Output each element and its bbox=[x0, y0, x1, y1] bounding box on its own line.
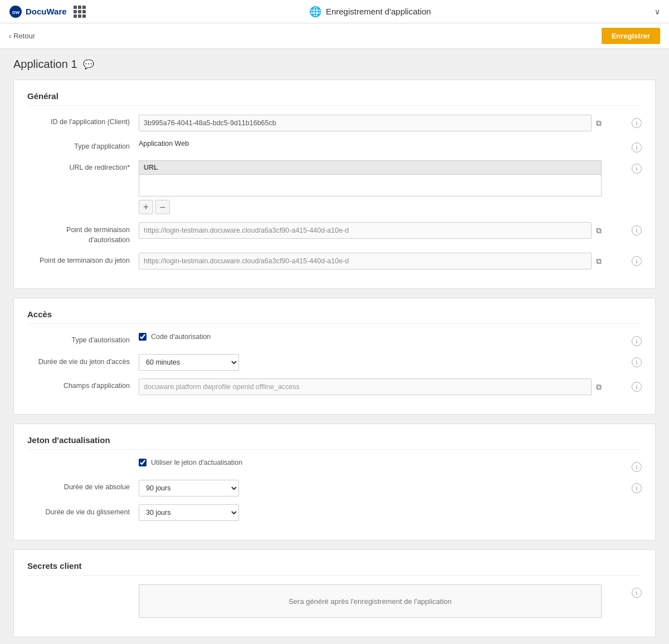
scope-input bbox=[139, 378, 592, 395]
sliding-lifetime-label: Durée de vie du glissement bbox=[46, 508, 130, 516]
save-button[interactable]: Enregistrer bbox=[602, 28, 660, 44]
auth-type-info-icon[interactable]: i bbox=[632, 336, 642, 346]
copy-scope-icon[interactable]: ⧉ bbox=[596, 382, 602, 392]
user-menu-chevron[interactable]: ∨ bbox=[655, 7, 660, 16]
use-refresh-checkbox-row: Utiliser le jeton d'actualisation bbox=[139, 459, 602, 466]
app-id-input[interactable] bbox=[139, 115, 592, 131]
copy-auth-endpoint-icon[interactable]: ⧉ bbox=[596, 226, 602, 235]
auth-type-label: Type d'autorisation bbox=[71, 336, 130, 344]
app-id-row: ID de l'application (Client) ⧉ i bbox=[27, 115, 642, 131]
comment-icon[interactable]: 💬 bbox=[83, 59, 94, 70]
auth-type-checkbox-row: Code d'autorisation bbox=[139, 333, 602, 341]
main-content: Général ID de l'application (Client) ⧉ i… bbox=[0, 75, 669, 644]
url-table: URL bbox=[139, 160, 602, 196]
copy-id-icon[interactable]: ⧉ bbox=[596, 119, 602, 128]
access-section-title: Accès bbox=[27, 309, 642, 324]
top-navigation: DW DocuWare 🌐 Enregistrement d'applicati… bbox=[0, 0, 669, 23]
page-title: Application 1 bbox=[13, 58, 77, 71]
refresh-token-section: Jeton d'actualisation Utiliser le jeton … bbox=[13, 424, 656, 540]
scope-info-icon[interactable]: i bbox=[632, 382, 642, 392]
token-lifetime-select[interactable]: 60 minutes 30 minutes 120 minutes bbox=[139, 354, 239, 371]
secrets-section: Secrets client Sera généré après l'enreg… bbox=[13, 549, 656, 637]
auth-type-checkbox-label: Code d'autorisation bbox=[151, 333, 211, 341]
token-endpoint-input bbox=[139, 253, 592, 269]
auth-type-row: Type d'autorisation Code d'autorisation … bbox=[27, 333, 642, 346]
back-button[interactable]: ‹ Retour bbox=[9, 32, 35, 40]
use-refresh-info-icon[interactable]: i bbox=[632, 462, 642, 472]
use-refresh-row: Utiliser le jeton d'actualisation i bbox=[27, 459, 642, 472]
sliding-lifetime-select[interactable]: 30 jours 7 jours 60 jours bbox=[139, 504, 239, 521]
token-lifetime-label: Durée de vie du jeton d'accès bbox=[38, 358, 130, 366]
sliding-lifetime-row: Durée de vie du glissement 30 jours 7 jo… bbox=[27, 504, 642, 521]
token-endpoint-row: Point de terminaison du jeton ⧉ i bbox=[27, 253, 642, 269]
scope-label: Champs d'application bbox=[64, 382, 130, 390]
grid-menu-icon[interactable] bbox=[74, 6, 86, 18]
token-lifetime-row: Durée de vie du jeton d'accès 60 minutes… bbox=[27, 354, 642, 371]
absolute-lifetime-select[interactable]: 90 jours 30 jours 180 jours bbox=[139, 480, 239, 496]
redirect-url-info-icon[interactable]: i bbox=[632, 164, 642, 174]
remove-url-button[interactable]: – bbox=[155, 200, 170, 214]
sub-navigation: ‹ Retour Enregistrer bbox=[0, 23, 669, 49]
redirect-url-row: URL de redirection* URL + – i bbox=[27, 160, 642, 214]
app-id-label: ID de l'application (Client) bbox=[51, 118, 130, 126]
general-section-title: Général bbox=[27, 91, 642, 106]
add-url-button[interactable]: + bbox=[139, 200, 153, 214]
secret-placeholder-text: Sera généré après l'enregistrement de l'… bbox=[289, 597, 452, 606]
brand-name: DocuWare bbox=[26, 7, 67, 16]
absolute-lifetime-label: Durée de vie absolue bbox=[64, 483, 130, 491]
auth-type-checkbox[interactable] bbox=[139, 333, 147, 341]
copy-token-endpoint-icon[interactable]: ⧉ bbox=[596, 257, 602, 266]
auth-endpoint-label: Point de terminaison d'autorisation bbox=[66, 226, 130, 244]
absolute-lifetime-info-icon[interactable]: i bbox=[632, 483, 642, 493]
auth-endpoint-info-icon[interactable]: i bbox=[632, 225, 642, 235]
access-section: Accès Type d'autorisation Code d'autoris… bbox=[13, 298, 656, 415]
svg-text:DW: DW bbox=[12, 10, 20, 15]
page-title-bar: Application 1 💬 bbox=[0, 49, 669, 75]
secrets-section-title: Secrets client bbox=[27, 561, 642, 576]
app-type-value: Application Web bbox=[139, 140, 189, 148]
token-lifetime-info-icon[interactable]: i bbox=[632, 357, 642, 367]
app-id-info-icon[interactable]: i bbox=[632, 118, 642, 128]
secret-placeholder-box: Sera généré après l'enregistrement de l'… bbox=[139, 584, 602, 618]
url-add-remove-buttons: + – bbox=[139, 200, 602, 214]
app-type-info-icon[interactable]: i bbox=[632, 142, 642, 153]
redirect-url-label: URL de redirection* bbox=[69, 164, 130, 171]
url-table-header: URL bbox=[139, 161, 601, 175]
use-refresh-checkbox[interactable] bbox=[139, 459, 147, 466]
secret-row: Sera généré après l'enregistrement de l'… bbox=[27, 584, 642, 618]
general-section: Général ID de l'application (Client) ⧉ i… bbox=[13, 80, 656, 289]
use-refresh-label: Utiliser le jeton d'actualisation bbox=[151, 459, 242, 466]
token-endpoint-info-icon[interactable]: i bbox=[632, 256, 642, 266]
absolute-lifetime-row: Durée de vie absolue 90 jours 30 jours 1… bbox=[27, 480, 642, 496]
auth-endpoint-row: Point de terminaison d'autorisation ⧉ i bbox=[27, 222, 642, 245]
auth-endpoint-input bbox=[139, 222, 592, 239]
app-type-label: Type d'application bbox=[74, 142, 130, 150]
token-endpoint-label: Point de terminaison du jeton bbox=[40, 257, 130, 264]
globe-icon: 🌐 bbox=[309, 6, 321, 18]
page-header-title: 🌐 Enregistrement d'application bbox=[309, 6, 431, 18]
docuware-logo-icon: DW bbox=[9, 5, 22, 18]
scope-row: Champs d'application ⧉ i bbox=[27, 378, 642, 395]
secrets-info-icon[interactable]: i bbox=[632, 588, 642, 598]
docuware-brand: DW DocuWare bbox=[9, 5, 67, 18]
url-table-body bbox=[139, 175, 601, 196]
app-type-row: Type d'application Application Web i bbox=[27, 139, 642, 153]
refresh-token-section-title: Jeton d'actualisation bbox=[27, 435, 642, 450]
